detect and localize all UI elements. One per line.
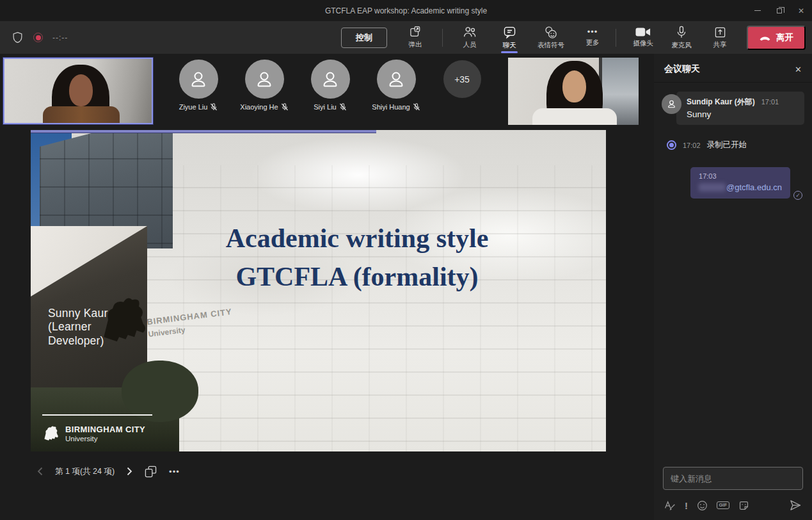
hangup-icon — [759, 35, 771, 41]
popout-icon — [409, 26, 422, 38]
send-icon[interactable] — [789, 499, 802, 512]
slide-more-options-button[interactable]: ••• — [169, 467, 180, 476]
sticker-icon[interactable] — [738, 500, 749, 511]
chat-close-button[interactable]: ✕ — [795, 65, 802, 74]
more-icon: ••• — [587, 28, 598, 37]
avatar — [377, 60, 416, 99]
toolbar-divider — [442, 29, 443, 47]
university-lion-icon — [42, 424, 60, 443]
message-time: 17:03 — [699, 172, 782, 180]
participant-tile[interactable]: Ziyue Liu — [175, 60, 221, 111]
mic-muted-icon — [413, 103, 420, 111]
format-icon[interactable] — [664, 500, 676, 510]
restore-icon — [777, 8, 782, 13]
event-text: 录制已开始 — [707, 140, 747, 150]
chat-message-received: Sundip Kaur (外部) 17:01 Sunny — [662, 92, 804, 125]
emoji-icon[interactable] — [697, 500, 708, 511]
close-button[interactable]: ✕ — [790, 0, 812, 21]
slide-presenter-name: Sunny Kaur (Learner Developer) — [48, 307, 107, 348]
sender-avatar[interactable] — [662, 94, 681, 114]
people-icon — [463, 26, 477, 38]
spotlight-video-tile[interactable] — [508, 58, 639, 125]
message-author: Sundip Kaur (外部) — [687, 97, 755, 108]
more-button[interactable]: ••• 更多 — [575, 21, 610, 54]
minimize-icon — [754, 10, 761, 11]
slide-navigation: 第 1 项(共 24 项) ••• — [37, 462, 180, 481]
share-icon — [714, 26, 726, 38]
slide-progress-strip — [31, 130, 376, 133]
participant-tile[interactable]: Siyi Liu — [307, 60, 353, 111]
take-control-button[interactable]: 控制 — [341, 28, 387, 48]
university-logo: BIRMINGHAM CITY University — [42, 414, 152, 443]
popout-button[interactable]: 弹出 — [397, 21, 433, 54]
read-receipt-icon: ✓ — [793, 191, 802, 200]
participant-name: Xiaoying He — [240, 103, 278, 111]
avatar — [245, 60, 284, 99]
leave-button[interactable]: 离开 — [747, 26, 806, 50]
mic-muted-icon — [210, 103, 218, 111]
message-time: 17:01 — [761, 98, 779, 106]
previous-slide-button[interactable] — [37, 467, 43, 476]
chat-input[interactable] — [663, 467, 803, 490]
share-button[interactable]: 共享 — [702, 21, 738, 54]
mention-link[interactable]: @gtcfla.edu.cn — [726, 183, 782, 192]
chat-header: 会议聊天 ✕ — [654, 54, 812, 83]
participant-name: Shiyi Huang — [372, 103, 410, 111]
minimize-button[interactable] — [747, 0, 768, 21]
participant-tile[interactable]: Xiaoying He — [241, 60, 287, 111]
participant-name: Siyi Liu — [314, 103, 336, 111]
overflow-count-badge: +35 — [443, 60, 481, 98]
participant-overflow-tile[interactable]: +35 — [439, 60, 485, 111]
people-button[interactable]: 人员 — [452, 21, 488, 54]
microphone-icon — [675, 26, 688, 39]
security-shield-icon[interactable] — [12, 31, 24, 44]
message-text: Sunny — [687, 110, 797, 119]
recording-indicator-icon[interactable] — [33, 33, 43, 42]
meeting-toolbar: --:-- 控制 弹出 人员 聊天 表情符号 — [0, 21, 812, 54]
meeting-timer: --:-- — [52, 33, 68, 42]
meeting-chat-panel: 会议聊天 ✕ Sundip Kaur (外部) 17:01 Sunny 17:0 — [654, 54, 812, 520]
gif-icon[interactable]: GIF — [717, 501, 729, 510]
camera-icon — [635, 27, 651, 37]
slide-position-label: 第 1 项(共 24 项) — [55, 466, 115, 477]
avatar — [311, 60, 350, 99]
microphone-button[interactable]: 麦克风 — [664, 21, 699, 54]
chat-title: 会议聊天 — [664, 63, 700, 75]
avatar — [179, 60, 218, 99]
thumbnail-view-button[interactable] — [145, 466, 157, 478]
presenter-video-tile[interactable] — [3, 58, 153, 124]
toolbar-divider — [616, 29, 616, 47]
window-title: GTCFLA EAP workshop: Academic writing st… — [0, 6, 812, 15]
participant-name: Ziyue Liu — [179, 103, 208, 111]
priority-icon[interactable]: ! — [685, 501, 688, 510]
chat-message-list: Sundip Kaur (外部) 17:01 Sunny 17:02 录制已开始… — [654, 83, 812, 467]
meeting-stage: Ziyue Liu Xiaoying He Siyi Liu — [0, 54, 654, 520]
emoji-reactions-icon — [544, 26, 558, 39]
title-bar: GTCFLA EAP workshop: Academic writing st… — [0, 0, 812, 21]
participant-strip: Ziyue Liu Xiaoying He Siyi Liu — [156, 60, 504, 111]
chat-button[interactable]: 聊天 — [491, 21, 527, 54]
shared-presentation-slide: BIRMINGHAM CITY University Academic writ… — [31, 130, 606, 451]
chat-message-sent: 17:03 @gtcfla.edu.cn ✓ — [690, 167, 790, 199]
recording-event-icon — [667, 140, 676, 150]
restore-button[interactable] — [768, 0, 790, 21]
next-slide-button[interactable] — [127, 467, 132, 476]
camera-button[interactable]: 摄像头 — [625, 21, 661, 54]
participant-tile[interactable]: Shiyi Huang — [373, 60, 419, 111]
reactions-button[interactable]: 表情符号 — [531, 21, 571, 54]
mic-muted-icon — [339, 103, 347, 111]
mic-muted-icon — [281, 103, 289, 111]
compose-toolbar: ! GIF — [654, 494, 812, 520]
slide-title: Academic writing style GTCFLA (formality… — [139, 220, 575, 296]
event-time: 17:02 — [683, 142, 701, 149]
chat-icon — [503, 26, 516, 39]
redacted-text — [699, 183, 726, 191]
recording-started-event: 17:02 录制已开始 — [667, 140, 804, 150]
